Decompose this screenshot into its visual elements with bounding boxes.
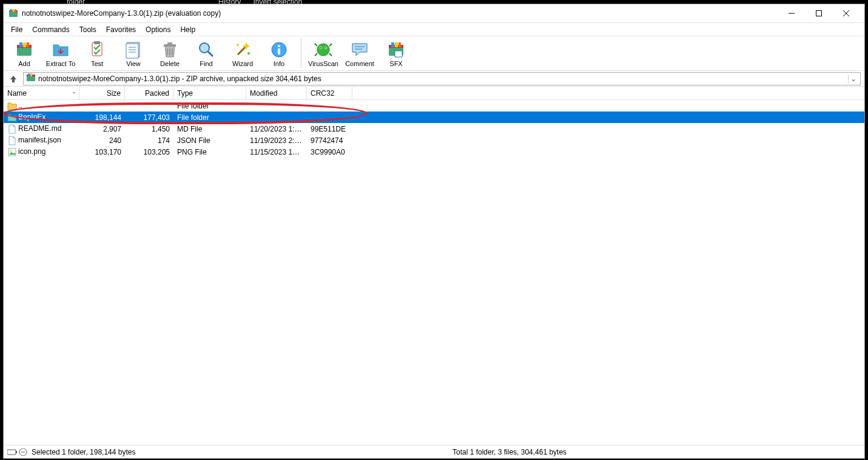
minimize-button[interactable] — [778, 5, 805, 22]
svg-rect-34 — [278, 48, 280, 55]
status-selected: Selected 1 folder, 198,144 bytes — [32, 448, 135, 456]
virus-button[interactable]: VirusScan — [306, 37, 340, 70]
wizard-button[interactable]: Wizard — [226, 37, 260, 70]
folder-up-icon — [7, 101, 17, 111]
svg-rect-11 — [19, 42, 22, 47]
svg-point-38 — [320, 47, 321, 48]
svg-point-31 — [247, 52, 250, 55]
cell-size — [79, 105, 125, 107]
toolbar-label: Info — [274, 60, 284, 67]
cell-modified — [246, 117, 307, 118]
status-bar: Selected 1 folder, 198,144 bytes Total 1… — [4, 445, 864, 458]
header-size[interactable]: Size — [79, 87, 125, 99]
svg-rect-18 — [126, 44, 138, 58]
toolbar-label: Wizard — [232, 60, 253, 67]
close-button[interactable] — [832, 5, 860, 22]
menu-options[interactable]: Options — [141, 24, 175, 35]
menu-commands[interactable]: Commands — [27, 24, 74, 35]
cell-size: 240 — [79, 136, 125, 145]
menu-file[interactable]: File — [6, 24, 27, 35]
find-icon — [197, 40, 216, 59]
cell-name: BepInEx — [4, 112, 79, 123]
toolbar-label: Comment — [345, 60, 374, 67]
file-row[interactable]: BepInEx198,144177,403File folder — [4, 112, 864, 123]
add-button[interactable]: Add — [7, 37, 41, 70]
extract-button[interactable]: Extract To — [44, 37, 78, 70]
header-type[interactable]: Type — [173, 87, 246, 99]
toolbar-label: Add — [18, 60, 30, 67]
header-modified[interactable]: Modified — [246, 87, 307, 99]
find-button[interactable]: Find — [189, 37, 223, 70]
status-total: Total 1 folder, 3 files, 304,461 bytes — [453, 448, 567, 456]
add-icon — [15, 40, 34, 59]
path-bar: notnotnotswipez-MoreCompany-1.3.0(1).zip… — [4, 71, 864, 87]
cell-size: 198,144 — [79, 113, 125, 122]
header-crc[interactable]: CRC32 — [307, 87, 352, 99]
cell-modified: 11/20/2023 1:3... — [246, 124, 307, 134]
svg-rect-58 — [7, 450, 16, 455]
sfx-button[interactable]: SFX — [379, 37, 413, 70]
info-button[interactable]: Info — [262, 37, 296, 70]
header-name[interactable]: Name — [4, 87, 79, 99]
svg-line-40 — [315, 44, 317, 46]
cell-type: File folder — [173, 101, 246, 111]
title-bar[interactable]: notnotnotswipez-MoreCompany-1.3.0(1).zip… — [4, 4, 864, 22]
up-button[interactable] — [7, 73, 19, 85]
toolbar-separator — [301, 39, 301, 68]
svg-point-30 — [237, 44, 239, 46]
svg-rect-3 — [13, 9, 15, 12]
view-icon — [124, 40, 143, 59]
cell-modified: 11/15/2023 10:... — [246, 147, 307, 157]
toolbar-label: SFX — [389, 60, 402, 67]
file-icon — [7, 124, 17, 134]
svg-point-57 — [10, 150, 12, 152]
svg-line-43 — [329, 53, 332, 56]
file-list[interactable]: Name Size Packed Type Modified CRC32 ..F… — [4, 87, 864, 445]
cell-crc: 97742474 — [307, 136, 352, 145]
svg-rect-2 — [10, 9, 12, 12]
cell-name: README.md — [4, 124, 79, 135]
cell-type: PNG File — [173, 147, 246, 157]
cell-name: .. — [4, 101, 79, 112]
window-title: notnotnotswipez-MoreCompany-1.3.0(1).zip… — [22, 9, 778, 18]
cell-modified — [246, 105, 307, 107]
maximize-button[interactable] — [805, 5, 832, 22]
cell-crc: 99E511DE — [307, 124, 352, 134]
toolbar-label: Test — [91, 60, 103, 67]
path-field[interactable]: notnotnotswipez-MoreCompany-1.3.0(1).zip… — [23, 72, 861, 85]
cell-crc — [307, 105, 352, 107]
svg-point-39 — [325, 47, 326, 48]
file-row[interactable]: icon.png103,170103,205PNG File11/15/2023… — [4, 146, 864, 158]
extract-icon — [51, 40, 70, 59]
menu-tools[interactable]: Tools — [75, 24, 101, 35]
svg-rect-23 — [167, 42, 172, 45]
svg-rect-14 — [92, 42, 102, 56]
cell-crc: 3C9990A0 — [307, 147, 352, 157]
toolbar-label: VirusScan — [308, 60, 338, 67]
virus-icon — [314, 40, 333, 59]
file-row[interactable]: ..File folder — [4, 100, 864, 112]
cell-type: File folder — [173, 113, 246, 122]
header-packed[interactable]: Packed — [125, 87, 173, 99]
path-dropdown[interactable]: ⌄ — [848, 75, 858, 83]
svg-line-42 — [315, 53, 317, 56]
cell-size: 2,907 — [79, 124, 125, 134]
view-button[interactable]: View — [116, 37, 150, 70]
menu-favorites[interactable]: Favorites — [101, 24, 141, 35]
test-button[interactable]: Test — [80, 37, 114, 70]
cell-packed: 177,403 — [125, 113, 173, 122]
column-headers: Name Size Packed Type Modified CRC32 — [4, 87, 864, 100]
svg-rect-49 — [395, 42, 398, 47]
comment-button[interactable]: Comment — [343, 37, 377, 70]
menu-help[interactable]: Help — [175, 24, 200, 35]
cell-packed: 174 — [125, 136, 173, 145]
svg-rect-54 — [28, 73, 30, 76]
menu-bar: File Commands Tools Favorites Options He… — [4, 22, 864, 36]
toolbar-label: Find — [200, 60, 212, 67]
cell-packed: 1,450 — [125, 124, 173, 134]
cell-size: 103,170 — [79, 147, 125, 157]
delete-button[interactable]: Delete — [153, 37, 187, 70]
cell-name: icon.png — [4, 147, 79, 158]
file-row[interactable]: README.md2,9071,450MD File11/20/2023 1:3… — [4, 123, 864, 135]
file-row[interactable]: manifest.json240174JSON File11/19/2023 2… — [4, 135, 864, 146]
